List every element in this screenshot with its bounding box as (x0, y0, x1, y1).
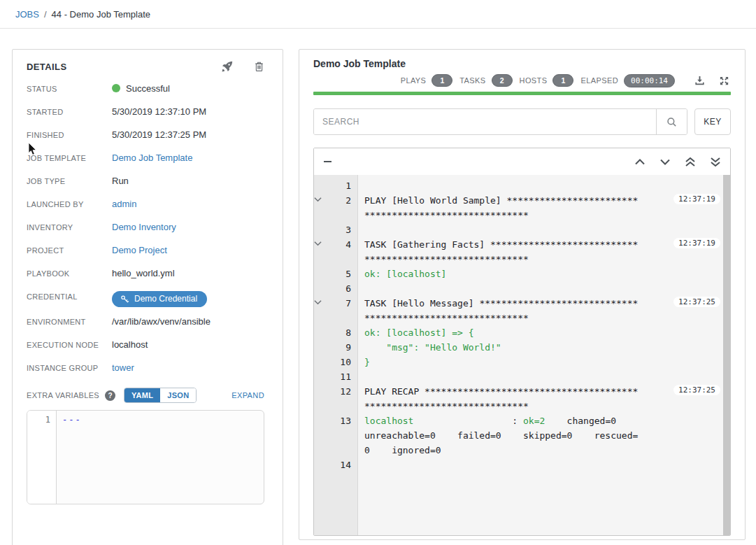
line-text: PLAY RECAP *****************************… (364, 384, 640, 413)
line-text: ok: [localhost] => { (364, 325, 640, 340)
line-text (364, 281, 640, 296)
expand-fullscreen-icon[interactable] (719, 76, 729, 86)
detail-value: Run (112, 174, 129, 186)
search-input[interactable] (314, 109, 656, 134)
detail-link[interactable]: tower (112, 362, 134, 373)
line-text: "msg": "Hello World!" (364, 340, 640, 355)
stat-badge: 00:00:14 (624, 74, 675, 87)
output-scrollbar[interactable] (723, 175, 730, 535)
line-text: PLAY [Hello World Sample] **************… (364, 193, 640, 222)
output-line: 6 (314, 281, 730, 296)
detail-value: /var/lib/awx/venv/ansible (112, 315, 211, 327)
line-text: } (364, 355, 640, 369)
detail-row: PLAYBOOKhello_world.yml (27, 267, 273, 282)
scroll-top-icon[interactable] (685, 157, 695, 167)
detail-link[interactable]: Demo Job Template (112, 153, 192, 163)
collapse-chevron-icon (314, 325, 331, 340)
detail-row: INSTANCE GROUPtower (27, 361, 273, 376)
extra-variables-label: EXTRA VARIABLES (27, 391, 99, 399)
extra-variables-editor[interactable]: 1 --- (27, 410, 264, 504)
breadcrumb-jobs-link[interactable]: JOBS (15, 9, 39, 20)
status-text: Successful (126, 83, 170, 94)
help-icon[interactable]: ? (105, 390, 115, 401)
output-console: 12PLAY [Hello World Sample] ************… (313, 148, 731, 536)
detail-value: Demo Job Template (112, 151, 192, 163)
line-body: localhost : ok=2 changed=0 unreachable=0… (357, 413, 730, 458)
line-number: 6 (331, 281, 357, 296)
stat-label: PLAYS (401, 76, 427, 85)
detail-label: PLAYBOOK (27, 267, 112, 278)
stat-badge: 1 (432, 74, 452, 87)
detail-value: Successful (112, 82, 170, 94)
line-body: TASK [Hello Message] *******************… (357, 296, 730, 325)
stat-label: ELAPSED (580, 76, 618, 85)
collapse-chevron-icon (314, 281, 331, 296)
line-segment: ok: [localhost] (364, 269, 446, 279)
collapse-chevron-icon (314, 458, 331, 472)
detail-label: JOB TYPE (27, 174, 112, 185)
line-body (357, 178, 730, 193)
key-icon (120, 295, 129, 304)
line-timestamp: 12:37:25 (673, 385, 720, 395)
scroll-next-icon[interactable] (660, 159, 670, 165)
line-body: TASK [Gathering Facts] *****************… (357, 237, 730, 267)
detail-label: FINISHED (27, 128, 112, 139)
detail-row: FINISHED5/30/2019 12:37:25 PM (27, 128, 273, 143)
line-timestamp: 12:37:19 (673, 238, 720, 248)
detail-label: EXECUTION NODE (27, 338, 112, 349)
detail-label: LAUNCHED BY (27, 197, 112, 208)
credential-chip[interactable]: Demo Credential (112, 291, 207, 307)
detail-label: INVENTORY (27, 220, 112, 232)
job-output-title: Demo Job Template (313, 58, 731, 71)
scroll-bottom-icon[interactable] (711, 157, 720, 167)
scroll-previous-icon[interactable] (635, 159, 645, 165)
line-text (364, 458, 640, 472)
line-number: 4 (331, 237, 357, 267)
relaunch-rocket-icon[interactable] (222, 61, 233, 72)
output-line: 14 (314, 458, 730, 472)
detail-link[interactable]: admin (112, 199, 136, 209)
json-toggle-button[interactable]: JSON (160, 388, 196, 402)
detail-value: localhost (112, 338, 148, 350)
job-stat: PLAYS1 (401, 74, 453, 87)
detail-row: LAUNCHED BYadmin (27, 197, 273, 213)
detail-label: STARTED (27, 105, 112, 116)
line-number: 3 (331, 222, 357, 237)
collapse-all-icon[interactable] (324, 161, 331, 162)
detail-label: CREDENTIAL (27, 290, 112, 301)
collapse-chevron-icon (314, 222, 331, 237)
line-gutter: 1 (314, 178, 357, 193)
line-number: 7 (331, 296, 357, 325)
detail-row: INVENTORYDemo Inventory (27, 220, 273, 236)
extra-variables-row: EXTRA VARIABLES ? YAML JSON EXPAND (27, 388, 273, 403)
search-icon[interactable] (656, 109, 687, 134)
line-body: PLAY [Hello World Sample] **************… (357, 193, 730, 222)
output-line: 11 (314, 369, 730, 384)
collapse-chevron-icon (314, 384, 331, 413)
editor-content[interactable]: --- (57, 411, 264, 504)
detail-text: /var/lib/awx/venv/ansible (112, 316, 211, 327)
output-line: 12PLAY RECAP ***************************… (314, 384, 730, 413)
collapse-chevron-icon[interactable] (314, 237, 331, 267)
output-line: 4TASK [Gathering Facts] ****************… (314, 237, 730, 267)
key-button[interactable]: KEY (694, 108, 731, 135)
detail-link[interactable]: Demo Inventory (112, 222, 176, 232)
download-output-icon[interactable] (694, 76, 705, 86)
job-stat: TASKS2 (459, 74, 512, 87)
line-body: } (357, 355, 730, 369)
detail-text: localhost (112, 339, 148, 350)
line-body: PLAY RECAP *****************************… (357, 384, 730, 413)
delete-trash-icon[interactable] (254, 61, 264, 72)
line-text (364, 178, 640, 193)
detail-link[interactable]: Demo Project (112, 245, 167, 255)
line-number: 8 (331, 325, 357, 340)
collapse-chevron-icon[interactable] (314, 296, 331, 325)
output-body: 12PLAY [Hello World Sample] ************… (314, 175, 730, 535)
output-line: 8ok: [localhost] => { (314, 325, 730, 340)
detail-row: EXECUTION NODElocalhost (27, 338, 273, 353)
detail-value: admin (112, 197, 136, 209)
expand-link[interactable]: EXPAND (231, 391, 264, 399)
line-body (357, 222, 730, 237)
yaml-toggle-button[interactable]: YAML (124, 388, 160, 402)
collapse-chevron-icon[interactable] (314, 193, 331, 222)
